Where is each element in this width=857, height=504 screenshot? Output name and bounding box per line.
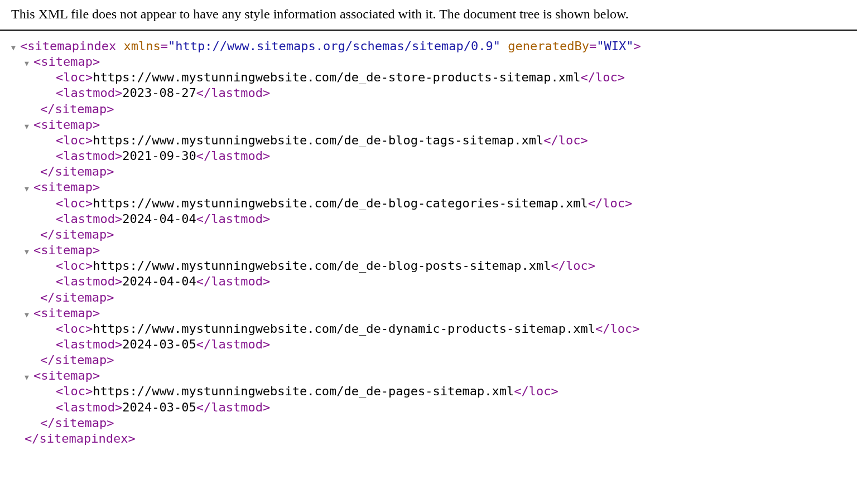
- lastmod-value: 2024-03-05: [122, 337, 196, 351]
- sitemap-close-tag: </sitemap>: [11, 101, 857, 117]
- loc-value: https://www.mystunningwebsite.com/de_de-…: [93, 133, 543, 147]
- chevron-down-icon[interactable]: ▼: [25, 122, 32, 132]
- lastmod-row: <lastmod>2023-08-27</lastmod>: [11, 85, 857, 101]
- xml-no-style-notice: This XML file does not appear to have an…: [0, 0, 857, 31]
- sitemap-open-tag: ▼<sitemap>: [11, 54, 857, 70]
- loc-row: <loc>https://www.mystunningwebsite.com/d…: [11, 70, 857, 85]
- lastmod-row: <lastmod>2024-03-05</lastmod>: [11, 400, 857, 415]
- loc-value: https://www.mystunningwebsite.com/de_de-…: [93, 70, 580, 84]
- chevron-down-icon[interactable]: ▼: [11, 43, 19, 53]
- lastmod-row: <lastmod>2024-04-04</lastmod>: [11, 274, 857, 289]
- lastmod-value: 2024-03-05: [122, 400, 196, 414]
- root-tag-name: sitemapindex: [27, 39, 116, 53]
- chevron-down-icon[interactable]: ▼: [25, 185, 32, 194]
- root-open-tag: ▼<sitemapindex xmlns="http://www.sitemap…: [11, 38, 857, 54]
- lastmod-value: 2023-08-27: [122, 86, 196, 100]
- xml-tree: ▼<sitemapindex xmlns="http://www.sitemap…: [0, 38, 857, 447]
- lastmod-row: <lastmod>2021-09-30</lastmod>: [11, 148, 857, 164]
- lastmod-row: <lastmod>2024-04-04</lastmod>: [11, 211, 857, 227]
- lastmod-value: 2024-04-04: [122, 274, 196, 288]
- sitemap-open-tag: ▼<sitemap>: [11, 306, 857, 321]
- loc-value: https://www.mystunningwebsite.com/de_de-…: [93, 196, 588, 210]
- lastmod-value: 2021-09-30: [122, 149, 196, 163]
- root-attr-1-key: generatedBy: [508, 39, 589, 53]
- sitemap-close-tag: </sitemap>: [11, 352, 857, 368]
- lastmod-row: <lastmod>2024-03-05</lastmod>: [11, 337, 857, 352]
- root-attr-0-val: http://www.sitemaps.org/schemas/sitemap/…: [175, 39, 493, 53]
- lastmod-value: 2024-04-04: [122, 212, 196, 226]
- sitemap-close-tag: </sitemap>: [11, 227, 857, 243]
- loc-row: <loc>https://www.mystunningwebsite.com/d…: [11, 384, 857, 399]
- root-close-tag: </sitemapindex>: [11, 431, 857, 447]
- sitemap-close-tag: </sitemap>: [11, 415, 857, 431]
- root-attr-1-val: WIX: [604, 39, 626, 53]
- sitemap-open-tag: ▼<sitemap>: [11, 117, 857, 133]
- root-tag-name-close: sitemapindex: [40, 432, 128, 445]
- loc-row: <loc>https://www.mystunningwebsite.com/d…: [11, 133, 857, 148]
- chevron-down-icon[interactable]: ▼: [25, 59, 32, 69]
- loc-row: <loc>https://www.mystunningwebsite.com/d…: [11, 321, 857, 337]
- root-attr-0-key: xmlns: [123, 39, 160, 53]
- chevron-down-icon[interactable]: ▼: [25, 311, 32, 320]
- loc-value: https://www.mystunningwebsite.com/de_de-…: [93, 259, 551, 273]
- loc-row: <loc>https://www.mystunningwebsite.com/d…: [11, 196, 857, 211]
- loc-value: https://www.mystunningwebsite.com/de_de-…: [93, 384, 514, 398]
- loc-value: https://www.mystunningwebsite.com/de_de-…: [93, 322, 595, 336]
- sitemap-open-tag: ▼<sitemap>: [11, 180, 857, 195]
- sitemap-open-tag: ▼<sitemap>: [11, 368, 857, 384]
- loc-row: <loc>https://www.mystunningwebsite.com/d…: [11, 258, 857, 274]
- sitemap-close-tag: </sitemap>: [11, 290, 857, 306]
- chevron-down-icon[interactable]: ▼: [25, 248, 32, 257]
- sitemap-close-tag: </sitemap>: [11, 164, 857, 180]
- sitemap-open-tag: ▼<sitemap>: [11, 243, 857, 258]
- chevron-down-icon[interactable]: ▼: [25, 373, 32, 382]
